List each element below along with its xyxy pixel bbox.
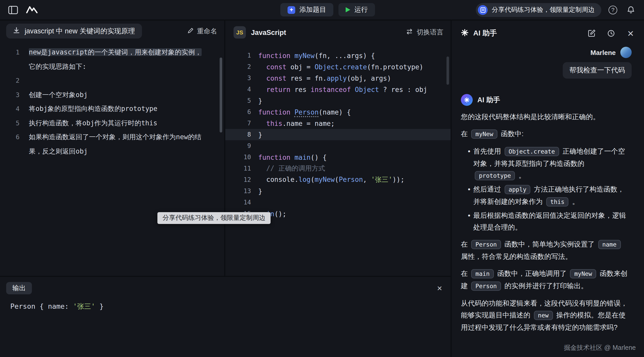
code-line[interactable]: 7 this.name = name; [225,118,451,129]
inline-code-chip: name [598,240,621,249]
editor-panel: JS JavaScript 切换语言 1function myNew(fn, .… [225,21,451,276]
assistant-bullet: •然后通过 apply 方法正确地执行了构造函数，并将新创建的对象作为 this… [465,183,629,208]
share-campaign-badge[interactable]: 分享代码练习体验，领限量定制周边 [476,3,601,17]
rename-button[interactable]: 重命名 [187,26,217,36]
code-line-number: 1 [225,52,258,59]
app: + 添加题目 运行 分享代码练习体验，领限量定制周边 ? [0,0,644,357]
ai-header-icons: ✕ [585,27,637,40]
help-icon[interactable]: ? [609,5,617,14]
assistant-bullet: •最后根据构造函数的返回值决定返回的对象，逻辑处理是合理的。 [465,210,629,233]
problem-line[interactable]: 5执行构造函数，将obj作为其运行时的this [0,116,224,130]
notifications-bell-icon[interactable] [624,4,637,16]
share-tooltip: 分享代码练习体验，领限量定制周边 [157,212,271,224]
community-watermark: 掘金技术社区 @ Marlene [564,344,636,352]
topbar-center: + 添加题目 运行 [280,3,375,16]
code-line[interactable]: 5} [225,95,451,106]
code-line-text: return res instanceof Object ? res : obj [258,86,427,93]
problem-line[interactable]: 4将obj象的原型指向构造函数的prototype [0,102,224,116]
code-line[interactable]: 12 console.log(myNew(Person, '张三')); [225,174,451,185]
code-line-number: 11 [225,165,258,172]
problem-line[interactable]: 2 [0,73,224,88]
code-lines[interactable]: 1function myNew(fn, ...args) {2 const ob… [225,50,451,219]
inline-code-chip: myNew [471,129,497,139]
history-icon[interactable] [605,27,617,40]
output-text: Person { name: '张三' } [10,302,451,311]
code-line[interactable]: 4 return res instanceof Object ? res : o… [225,84,451,95]
code-line[interactable]: 1function myNew(fn, ...args) { [225,50,451,61]
app-logo[interactable] [26,4,38,16]
problem-title-box[interactable]: javascript 中 new 关键词的实现原理 [6,24,142,39]
ai-panel-close-icon[interactable]: ✕ [624,27,637,40]
editor-scrollbar[interactable] [446,57,449,85]
code-line-text: } [258,187,262,195]
code-line-number: 6 [225,108,258,116]
problem-line-number: 4 [0,102,29,116]
problem-line[interactable]: 3创建一个空对象obj [0,88,224,102]
code-line[interactable]: 10function main() { [225,152,451,163]
problem-lines[interactable]: 1new是javascript的一个关键词，用来创建对象的实例，它的实现思路如下… [0,45,224,158]
problem-line-number: 5 [0,116,29,130]
problem-scrollbar[interactable] [220,58,222,133]
code-line-number: 12 [225,176,258,183]
run-label: 运行 [354,5,368,14]
switch-language-button[interactable]: 切换语言 [406,28,443,37]
inline-code-chip: myNew [570,269,596,278]
topbar-right: 分享代码练习体验，领限量定制周边 ? [476,0,644,20]
code-line-number: 13 [225,187,258,195]
ai-avatar [461,94,473,106]
rename-label: 重命名 [197,26,217,36]
problem-line-number: 1 [0,45,29,59]
ai-panel-header: AI 助手 ✕ [452,21,644,40]
problem-line-text: 如果构造函数返回了一个对象，则用这个对象作为new的结果，反之则返回obj [29,130,224,158]
code-line[interactable]: 11 // 正确的调用方式 [225,163,451,174]
pencil-icon [187,27,194,35]
assistant-messages: 您的这段代码整体结构是比较清晰和正确的。在 myNew 函数中:•首先使用 Ob… [461,111,629,333]
code-line-number: 5 [225,97,258,104]
problem-line-text: 将obj象的原型指向构造函数的prototype [29,102,224,116]
assistant-paragraph: 您的这段代码整体结构是比较清晰和正确的。 [461,111,629,123]
code-line-number: 10 [225,154,258,161]
code-line-text: const obj = Object.create(fn.prototype) [258,63,423,71]
output-tab[interactable]: 输出 [6,282,32,294]
code-line[interactable]: 2 const obj = Object.create(fn.prototype… [225,61,451,72]
output-close-icon[interactable]: ✕ [437,284,442,292]
assistant-paragraph: 在 Person 函数中，简单地为实例设置了 name 属性，符合常见的构造函数… [461,238,629,262]
code-line-text: } [258,97,262,105]
inline-code-chip: prototype [475,171,515,180]
problem-line-number: 2 [0,73,29,88]
code-line-number: 4 [225,86,258,93]
code-line[interactable]: 9 [225,140,451,152]
code-line-text: const res = fn.apply(obj, args) [258,74,391,82]
code-line[interactable]: 14 [225,197,451,208]
problem-line-text: 创建一个空对象obj [29,88,224,102]
problem-line[interactable]: 它的实现思路如下: [0,59,224,73]
code-line-number: 14 [225,199,258,206]
user-message-bubble: 帮我检查一下代码 [563,62,632,79]
code-line-text: console.log(myNew(Person, '张三')); [258,175,405,184]
problem-line[interactable]: 6如果构造函数返回了一个对象，则用这个对象作为new的结果，反之则返回obj [0,130,224,158]
add-question-button[interactable]: + 添加题目 [280,3,333,16]
code-line-number: 3 [225,74,258,82]
inline-code-chip: Person [471,281,501,291]
code-line-text: function Person(name) { [258,108,351,116]
problem-panel: javascript 中 new 关键词的实现原理 重命名 1new是javas… [0,21,224,276]
problem-line-text: new是javascript的一个关键词，用来创建对象的实例， [29,45,224,59]
download-icon [13,27,20,35]
code-line[interactable]: 3 const res = fn.apply(obj, args) [225,72,451,84]
user-message-row: 帮我检查一下代码 [452,62,632,79]
code-line[interactable]: 6function Person(name) { [225,106,451,118]
user-name: Marlene [591,49,616,56]
code-line-text: function myNew(fn, ...args) { [258,52,375,59]
assistant-bullet: •首先使用 Object.create 正确地创建了一个空对象，并将其原型指向了… [465,145,629,182]
user-avatar[interactable] [620,47,632,58]
new-chat-icon[interactable] [585,27,598,40]
code-line[interactable]: 8} [225,129,451,140]
code-line[interactable]: 13} [225,185,451,197]
problem-line-number: 3 [0,88,29,102]
javascript-icon: JS [234,26,246,39]
problem-line-text: 它的实现思路如下: [29,59,224,73]
sparkle-icon [461,29,469,38]
sidebar-toggle-icon[interactable] [7,4,19,16]
problem-line[interactable]: 1new是javascript的一个关键词，用来创建对象的实例， [0,45,224,59]
run-button[interactable]: 运行 [338,3,375,16]
